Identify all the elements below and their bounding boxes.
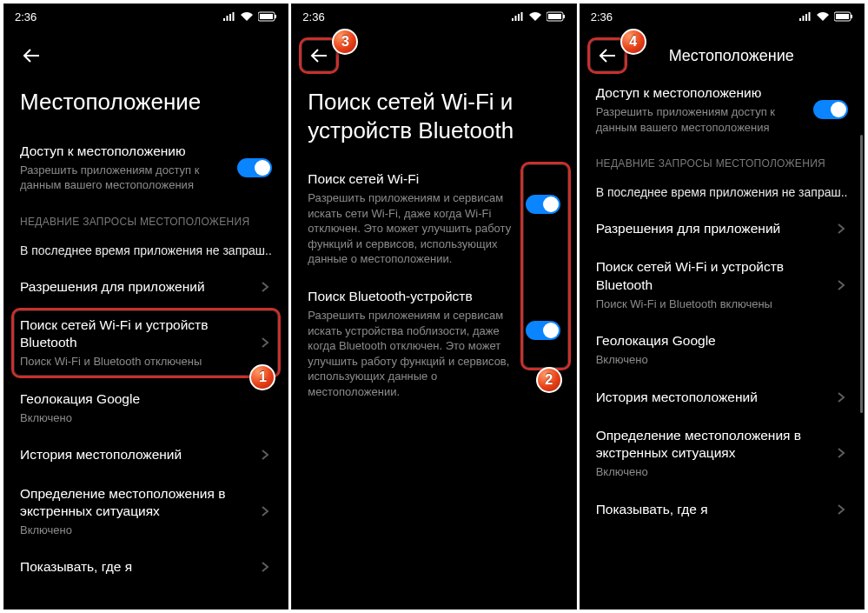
row-sub: Включено bbox=[20, 523, 248, 538]
app-permissions-row[interactable]: Разрешения для приложений bbox=[580, 210, 864, 248]
emergency-location-row[interactable]: Определение местоположения в экстренных … bbox=[580, 416, 864, 490]
row-sub: Разрешить приложениям и сервисам искать … bbox=[308, 308, 514, 399]
chevron-right-icon bbox=[834, 446, 848, 460]
row-sub: Поиск Wi-Fi и Bluetooth включены bbox=[596, 297, 824, 312]
row-title: Геолокация Google bbox=[20, 390, 272, 408]
chevron-right-icon bbox=[258, 504, 272, 518]
row-title: Поиск сетей Wi-Fi и устройств Bluetooth bbox=[596, 258, 824, 293]
row-title: Показывать, где я bbox=[596, 501, 824, 518]
bt-scan-row[interactable]: Поиск Bluetooth-устройств Разрешить прил… bbox=[292, 277, 575, 410]
chevron-right-icon bbox=[258, 560, 272, 574]
back-button[interactable] bbox=[304, 41, 334, 70]
row-title: Поиск Bluetooth-устройств bbox=[308, 288, 514, 305]
row-title: История местоположений bbox=[596, 389, 824, 406]
signal-icon bbox=[222, 11, 235, 22]
back-button[interactable] bbox=[593, 41, 622, 70]
screen-1: 2:36 Местоположение Доступ к местоположе… bbox=[3, 3, 288, 610]
location-sharing-row[interactable]: Показывать, где я bbox=[580, 490, 864, 529]
location-history-row[interactable]: История местоположений bbox=[4, 436, 288, 474]
bt-scan-toggle[interactable] bbox=[526, 321, 560, 340]
svg-rect-2 bbox=[275, 15, 276, 18]
row-title: Определение местоположения в экстренных … bbox=[20, 485, 248, 520]
emergency-location-row[interactable]: Определение местоположения в экстренных … bbox=[4, 475, 288, 549]
row-sub: Включено bbox=[596, 464, 824, 480]
status-bar: 2:36 bbox=[292, 4, 575, 29]
row-sub: Включено bbox=[20, 410, 272, 426]
location-access-toggle[interactable] bbox=[237, 158, 272, 177]
row-title: Поиск сетей Wi-Fi и устройств Bluetooth bbox=[20, 316, 248, 351]
wifi-bt-scan-row[interactable]: Поиск сетей Wi-Fi и устройств Bluetooth … bbox=[4, 306, 288, 380]
wifi-icon bbox=[240, 11, 254, 22]
row-sub: Разрешить приложениям доступ к данным ва… bbox=[20, 163, 227, 193]
row-sub: Разрешить приложениям доступ к данным ва… bbox=[596, 104, 803, 135]
signal-icon bbox=[798, 11, 812, 22]
status-time: 2:36 bbox=[591, 10, 613, 23]
location-access-row[interactable]: Доступ к местоположению Разрешить прилож… bbox=[4, 132, 288, 203]
section-header: НЕДАВНИЕ ЗАПРОСЫ МЕСТОПОЛОЖЕНИЯ bbox=[4, 203, 288, 233]
screen-3: 2:36 4 Местоположение Доступ к местополо… bbox=[580, 3, 865, 610]
wifi-icon bbox=[528, 11, 542, 22]
row-sub: Разрешить приложениям и сервисам искать … bbox=[308, 190, 514, 267]
google-location-row[interactable]: Геолокация Google Включено 1 bbox=[4, 380, 288, 436]
status-bar: 2:36 bbox=[4, 4, 288, 29]
row-title: История местоположений bbox=[20, 446, 248, 463]
chevron-right-icon bbox=[834, 390, 848, 404]
svg-rect-1 bbox=[260, 14, 273, 19]
screen-2: 2:36 3 Поиск сетей Wi-Fi и устройств Blu… bbox=[291, 3, 576, 610]
wifi-scan-row[interactable]: Поиск сетей Wi-Fi Разрешить приложениям … bbox=[292, 160, 575, 277]
chevron-right-icon bbox=[258, 336, 272, 350]
status-icons bbox=[222, 11, 277, 22]
row-title: Разрешения для приложений bbox=[596, 220, 824, 237]
chevron-right-icon bbox=[258, 280, 272, 294]
row-title: Определение местоположения в экстренных … bbox=[596, 427, 824, 462]
chevron-right-icon bbox=[834, 503, 848, 516]
svg-rect-7 bbox=[836, 14, 849, 19]
recent-requests-text: В последнее время приложения не запраш.. bbox=[4, 233, 288, 268]
recent-requests-text: В последнее время приложения не запраш.. bbox=[580, 175, 864, 210]
battery-icon bbox=[547, 11, 566, 22]
scroll-indicator[interactable] bbox=[860, 135, 863, 413]
status-time: 2:36 bbox=[15, 10, 36, 23]
app-permissions-row[interactable]: Разрешения для приложений bbox=[4, 268, 288, 306]
row-title: Показывать, где я bbox=[20, 558, 248, 576]
row-title: Поиск сетей Wi-Fi bbox=[308, 170, 514, 188]
wifi-icon bbox=[816, 11, 830, 22]
svg-rect-8 bbox=[851, 15, 852, 18]
marker-4: 4 bbox=[620, 29, 646, 55]
page-title: Местоположение bbox=[669, 47, 794, 65]
battery-icon bbox=[834, 11, 853, 22]
wifi-bt-scan-row[interactable]: Поиск сетей Wi-Fi и устройств Bluetooth … bbox=[580, 248, 864, 322]
row-sub: Поиск Wi-Fi и Bluetooth отключены bbox=[20, 354, 248, 370]
row-title: Доступ к местоположению bbox=[596, 84, 803, 102]
page-title: Поиск сетей Wi-Fi и устройств Bluetooth bbox=[292, 74, 575, 160]
location-access-row[interactable]: Доступ к местоположению Разрешить прилож… bbox=[580, 74, 864, 145]
row-title: Разрешения для приложений bbox=[20, 278, 248, 296]
battery-icon bbox=[258, 11, 277, 22]
section-header: НЕДАВНИЕ ЗАПРОСЫ МЕСТОПОЛОЖЕНИЯ bbox=[580, 145, 864, 175]
svg-rect-5 bbox=[563, 15, 565, 18]
location-access-toggle[interactable] bbox=[813, 100, 848, 119]
chevron-right-icon bbox=[258, 448, 272, 462]
google-location-row[interactable]: Геолокация Google Включено bbox=[580, 322, 864, 378]
row-sub: Включено bbox=[596, 352, 848, 368]
status-icons bbox=[798, 11, 853, 22]
status-icons bbox=[511, 11, 566, 22]
back-button[interactable] bbox=[17, 41, 46, 70]
row-title: Геолокация Google bbox=[596, 332, 848, 350]
marker-3: 3 bbox=[332, 29, 358, 55]
status-time: 2:36 bbox=[302, 10, 324, 23]
signal-icon bbox=[511, 11, 524, 22]
row-title: Доступ к местоположению bbox=[20, 143, 227, 160]
svg-rect-4 bbox=[548, 14, 561, 19]
wifi-scan-toggle[interactable] bbox=[526, 195, 560, 214]
chevron-right-icon bbox=[834, 278, 848, 292]
status-bar: 2:36 bbox=[580, 4, 864, 29]
location-sharing-row[interactable]: Показывать, где я bbox=[4, 548, 288, 586]
chevron-right-icon bbox=[834, 222, 848, 236]
page-title: Местоположение bbox=[4, 74, 288, 132]
location-history-row[interactable]: История местоположений bbox=[580, 378, 864, 416]
